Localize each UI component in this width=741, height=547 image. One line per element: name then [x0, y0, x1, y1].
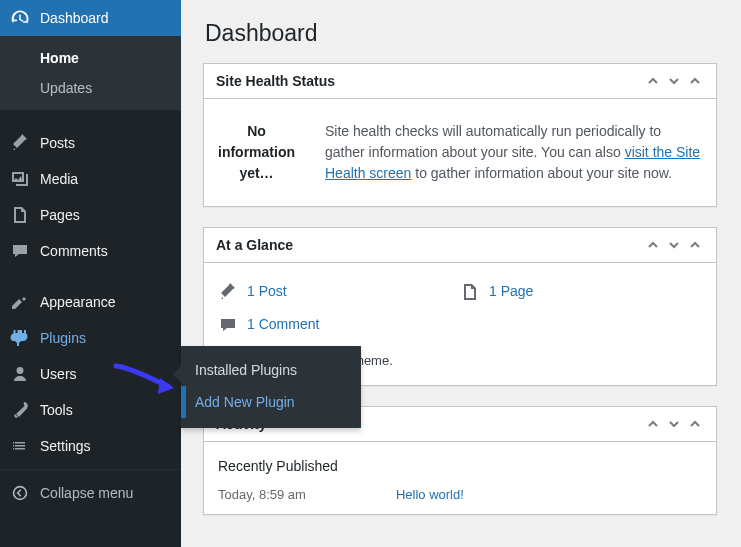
activity-time: Today, 8:59 am [218, 485, 306, 505]
panel-move-down-icon[interactable] [665, 236, 683, 254]
flyout-item-installed-plugins[interactable]: Installed Plugins [181, 354, 361, 386]
panel-body: Recently Published Today, 8:59 am Hello … [204, 442, 716, 515]
sidebar-item-label: Dashboard [40, 8, 109, 28]
activity-row: Today, 8:59 am Hello world! [218, 485, 702, 509]
plugins-flyout-submenu: Installed Plugins Add New Plugin [181, 346, 361, 428]
panel-title: At a Glance [216, 237, 293, 253]
sidebar-subitem-home[interactable]: Home [0, 43, 181, 73]
site-health-description: Site health checks will automatically ru… [325, 121, 702, 184]
pages-icon [460, 282, 480, 302]
comments-icon [218, 315, 238, 335]
sidebar-item-label: Media [40, 169, 78, 189]
flyout-item-add-new-plugin[interactable]: Add New Plugin [181, 386, 361, 418]
glance-item-posts[interactable]: 1 Post [218, 275, 460, 308]
panel-body: No information yet… Site health checks w… [204, 99, 716, 206]
glance-item-pages[interactable]: 1 Page [460, 275, 702, 308]
tools-icon [10, 400, 30, 420]
panel-controls [644, 415, 704, 433]
users-icon [10, 364, 30, 384]
collapse-icon [10, 483, 30, 503]
sidebar-item-label: Users [40, 364, 77, 384]
panel-header[interactable]: At a Glance [204, 228, 716, 263]
sidebar-item-appearance[interactable]: Appearance [0, 284, 181, 320]
sidebar-item-pages[interactable]: Pages [0, 197, 181, 233]
pin-icon [218, 282, 238, 302]
sidebar-submenu-dashboard: Home Updates [0, 36, 181, 110]
activity-subheading: Recently Published [218, 456, 702, 477]
panel-toggle-icon[interactable] [686, 236, 704, 254]
panel-title: Site Health Status [216, 73, 335, 89]
page-title: Dashboard [205, 20, 715, 47]
sidebar-item-label: Plugins [40, 328, 86, 348]
site-health-no-info: No information yet… [218, 121, 295, 184]
sidebar-item-plugins[interactable]: Plugins [0, 320, 181, 356]
panel-site-health: Site Health Status No information yet… S… [203, 63, 717, 207]
flyout-pointer-triangle [173, 366, 181, 382]
glance-posts-link: 1 Post [247, 281, 287, 302]
glance-item-comments[interactable]: 1 Comment [218, 308, 460, 341]
sidebar-separator [0, 469, 181, 470]
panel-toggle-icon[interactable] [686, 415, 704, 433]
health-text-a: Site health checks will automatically ru… [325, 123, 661, 160]
glance-comments-link: 1 Comment [247, 314, 319, 335]
comments-icon [10, 241, 30, 261]
dashboard-icon [10, 8, 30, 28]
panel-controls [644, 72, 704, 90]
sidebar-item-media[interactable]: Media [0, 161, 181, 197]
admin-sidebar: Dashboard Home Updates Posts Media Pages [0, 0, 181, 547]
pages-icon [10, 205, 30, 225]
svg-point-0 [14, 487, 27, 500]
panel-header[interactable]: Site Health Status [204, 64, 716, 99]
glance-pages-link: 1 Page [489, 281, 533, 302]
sidebar-subitem-updates[interactable]: Updates [0, 73, 181, 103]
activity-post-link[interactable]: Hello world! [396, 485, 464, 505]
sidebar-item-comments[interactable]: Comments [0, 233, 181, 269]
sidebar-separator [0, 110, 181, 125]
appearance-icon [10, 292, 30, 312]
sidebar-item-label: Pages [40, 205, 80, 225]
sidebar-item-settings[interactable]: Settings [0, 428, 181, 464]
health-text-b: to gather information about your site no… [411, 165, 672, 181]
panel-controls [644, 236, 704, 254]
sidebar-item-posts[interactable]: Posts [0, 125, 181, 161]
sidebar-item-label: Comments [40, 241, 108, 261]
plugins-icon [10, 328, 30, 348]
panel-move-up-icon[interactable] [644, 415, 662, 433]
sidebar-item-users[interactable]: Users [0, 356, 181, 392]
sidebar-item-label: Collapse menu [40, 483, 133, 503]
sidebar-item-label: Posts [40, 133, 75, 153]
glance-grid: 1 Post 1 Page 1 Comment [218, 275, 702, 341]
panel-move-up-icon[interactable] [644, 236, 662, 254]
sidebar-collapse-button[interactable]: Collapse menu [0, 475, 181, 511]
settings-icon [10, 436, 30, 456]
panel-move-down-icon[interactable] [665, 72, 683, 90]
sidebar-item-dashboard[interactable]: Dashboard [0, 0, 181, 36]
main-content: Dashboard Site Health Status No informat… [181, 0, 741, 547]
sidebar-item-label: Settings [40, 436, 91, 456]
sidebar-item-label: Tools [40, 400, 73, 420]
sidebar-separator [0, 269, 181, 284]
panel-move-down-icon[interactable] [665, 415, 683, 433]
sidebar-pointer-triangle [181, 20, 189, 36]
sidebar-item-label: Appearance [40, 292, 116, 312]
pin-icon [10, 133, 30, 153]
panel-move-up-icon[interactable] [644, 72, 662, 90]
media-icon [10, 169, 30, 189]
sidebar-item-tools[interactable]: Tools [0, 392, 181, 428]
panel-toggle-icon[interactable] [686, 72, 704, 90]
